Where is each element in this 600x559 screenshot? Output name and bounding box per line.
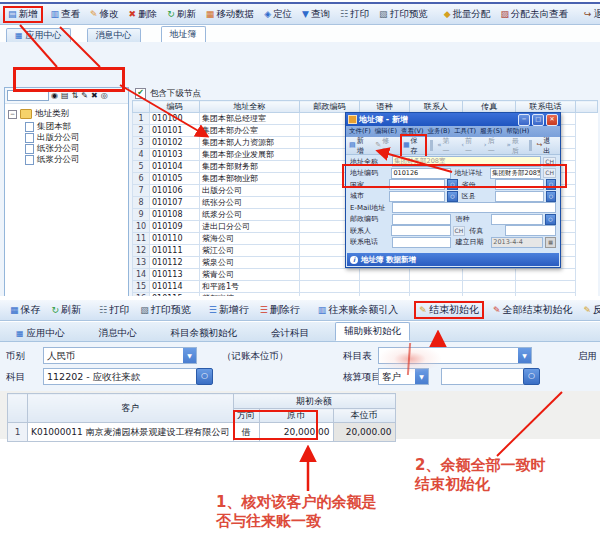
address-name: 集团本部办公室 — [200, 125, 300, 137]
dialog-toolbar: ▤ 新增 ✎ 修改 ▦ 保存 — [346, 137, 560, 155]
dialog-toolbar-button[interactable]: ▤ 新增 — [348, 136, 371, 156]
tree-expander-icon[interactable]: − — [8, 110, 17, 119]
col-header-name[interactable]: 地址全称 — [200, 101, 300, 113]
toolbar-button[interactable]: ☷ 打印 — [338, 7, 371, 22]
toolbar-button[interactable]: ▥ 往来账余额引入 — [316, 302, 401, 318]
col-header-contact[interactable]: 联系人 — [410, 101, 463, 113]
toolbar-button[interactable]: ↪ 退出 — [582, 7, 600, 22]
tree-item[interactable]: 纸张分公司 — [5, 143, 128, 154]
account-lookup-icon[interactable]: ○ — [196, 368, 213, 385]
toolbar-button[interactable]: ↻ 刷新 — [50, 302, 84, 318]
col-header-code[interactable]: 编码 — [150, 101, 200, 113]
address-row[interactable]: 15 010114 和平路1号 — [133, 281, 598, 293]
balance-row[interactable]: 1 K01000011 南京麦浦园林景观建设工程有限公司 借 20,000.00… — [8, 423, 396, 442]
email-field[interactable] — [392, 202, 556, 213]
phone-field[interactable] — [392, 237, 452, 248]
tree-item[interactable]: 集团本部 — [5, 121, 128, 132]
tab-account-balance-init[interactable]: 科目余额初始化 — [163, 326, 246, 341]
toolbar-button[interactable]: ☷ 打印 — [97, 302, 131, 318]
dialog-toolbar-button[interactable]: ↪ 退出 — [535, 136, 558, 156]
city-lookup-icon[interactable]: ○ — [447, 191, 457, 202]
district-field[interactable] — [495, 191, 544, 202]
tab-address-book[interactable]: 地址簿 — [161, 26, 206, 42]
balance-table: 客户 期初余额 方向 原币 本位币 1 K01000011 南京麦浦园林景观建设… — [7, 393, 396, 442]
col-header-fax[interactable]: 传真 — [463, 101, 516, 113]
corner-header — [8, 394, 28, 423]
lang-lookup-icon[interactable]: ○ — [545, 214, 556, 225]
account-field[interactable]: 112202 - 应收往来款 — [43, 368, 197, 385]
contact-field[interactable] — [391, 225, 450, 236]
toolbar-button[interactable]: ☰ 删除行 — [258, 302, 302, 318]
tree-root-address-category[interactable]: − 地址类别 — [8, 108, 128, 120]
lang-field[interactable] — [491, 214, 543, 225]
tab-auxiliary-init[interactable]: 辅助账初始化 — [335, 322, 410, 341]
city-field[interactable] — [389, 191, 445, 202]
toolbar-button[interactable]: ▦ 保存 — [8, 302, 43, 318]
close-button[interactable]: ✕ — [546, 114, 558, 126]
create-date-field[interactable]: 2013-4-4 — [491, 237, 543, 248]
dialog-toolbar-button[interactable]: ✎ 修改 — [374, 136, 397, 156]
tree-toolbar-icon[interactable]: ⇅ — [72, 92, 79, 100]
toolbar-button[interactable]: ▧ 打印预览 — [377, 7, 430, 22]
tree-toolbar-icon[interactable]: ◉ — [51, 92, 58, 100]
tree-toolbar-icon[interactable]: ✖ — [91, 92, 98, 100]
toolbar-button[interactable]: ◈ 定位 — [262, 7, 294, 22]
tab-message-center[interactable]: 消息中心 — [87, 28, 141, 42]
tab-accounting-subjects[interactable]: 会计科目 — [263, 326, 317, 341]
item-lookup-icon[interactable]: ○ — [523, 368, 540, 385]
fax-field[interactable] — [505, 225, 556, 236]
tree-toolbar-icon[interactable]: ▤ — [61, 92, 69, 100]
dialog-title: 地址簿 - 新增 — [359, 114, 516, 125]
dialog-toolbar-button[interactable] — [529, 140, 532, 151]
tree-item[interactable]: 出版分公司 — [5, 132, 128, 143]
tree-toolbar-icon[interactable]: ✎ — [81, 92, 88, 100]
toolbar-button[interactable]: ↻ 刷新 — [165, 7, 198, 22]
toolbar-button[interactable]: ✖ 删除 — [127, 7, 160, 22]
toolbar-button[interactable]: ◆ 批量分配 — [442, 7, 493, 22]
toolbar-button[interactable]: ✎ 全部结束初始化 — [491, 302, 575, 318]
item-value-field[interactable] — [441, 368, 525, 385]
dialog-titlebar[interactable]: 地址簿 - 新增 ─ □ ✕ — [346, 113, 560, 126]
toolbar-button[interactable]: ▦ 移动数据 — [204, 7, 257, 22]
minimize-button[interactable]: ─ — [518, 114, 530, 126]
tab-app-center[interactable]: ▦ 应用中心 — [6, 28, 71, 42]
tab-app-center[interactable]: ▦ 应用中心 — [8, 326, 73, 341]
address-name: 集团本部企业发展部 — [200, 149, 300, 161]
chevron-down-icon[interactable]: ▼ — [518, 348, 531, 363]
col-header-filler — [576, 101, 598, 113]
toolbar-button[interactable]: ▧ 打印预览 — [138, 302, 193, 318]
zip-field[interactable] — [392, 214, 452, 225]
col-header-phone[interactable]: 联系电话 — [516, 101, 576, 113]
dialog-toolbar-button-icon: « — [437, 142, 441, 149]
dialog-toolbar-button[interactable]: › 后一 — [483, 136, 503, 156]
col-header-zip[interactable]: 邮政编码 — [300, 101, 360, 113]
dialog-toolbar-button[interactable]: ‹ 前一 — [460, 136, 480, 156]
tab-message-center[interactable]: 消息中心 — [91, 326, 145, 341]
chevron-down-icon[interactable]: ▼ — [183, 348, 196, 363]
tree-item[interactable]: 纸浆分公司 — [5, 154, 128, 165]
tab-label: 辅助账初始化 — [344, 325, 401, 338]
toolbar-button[interactable]: ▤ 新增 — [3, 6, 43, 23]
date-picker-icon[interactable]: ▦ — [545, 237, 556, 248]
toolbar-button[interactable]: ▼ 查询 — [300, 7, 332, 22]
col-header-customer[interactable]: 客户 — [28, 394, 234, 423]
dialog-toolbar-button[interactable]: » 最后 — [505, 136, 526, 156]
row-number: 5 — [133, 161, 150, 173]
toolbar-button[interactable]: ▥ 查看 — [49, 7, 83, 22]
col-header-lang[interactable]: 语种 — [360, 101, 410, 113]
address-row[interactable]: 14 010113 紫青公司 — [133, 269, 598, 281]
dialog-toolbar-button[interactable]: « 第一 — [436, 136, 457, 156]
toolbar-button[interactable]: ✎ 结束初始化 — [414, 301, 484, 319]
toolbar-button[interactable]: ✎ 修改 — [88, 7, 121, 22]
include-children-checkbox[interactable]: ✔ — [135, 88, 146, 99]
district-lookup-icon[interactable]: ○ — [546, 191, 556, 202]
col-header-base-currency[interactable]: 本位币 — [333, 409, 395, 423]
maximize-button[interactable]: □ — [532, 114, 544, 126]
dialog-toolbar-button-icon: ↪ — [536, 142, 542, 149]
dialog-toolbar-button[interactable] — [430, 140, 433, 151]
tree-toolbar-icon[interactable]: ◎ — [101, 92, 108, 100]
toolbar-button[interactable]: ☰ 新增行 — [207, 302, 251, 318]
toolbar-button[interactable]: ✎ 反初始化 — [581, 302, 600, 318]
currency-select[interactable]: 人民币 ▼ — [43, 347, 197, 364]
toolbar-button[interactable]: ▨ 分配去向查看 — [499, 7, 571, 22]
